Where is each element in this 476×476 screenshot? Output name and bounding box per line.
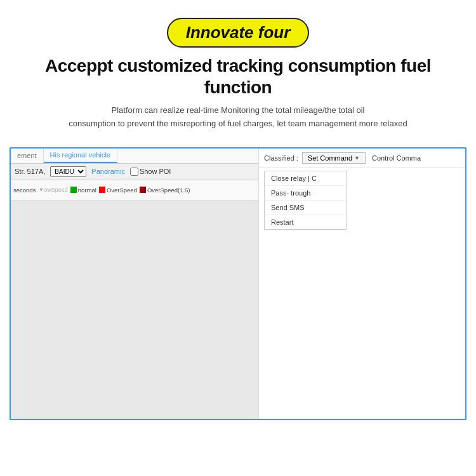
screenshot-container: ement His regional vehicle Str. 517A, BA… [10, 147, 466, 420]
tab-ement[interactable]: ement [11, 149, 44, 163]
show-poi-checkbox[interactable] [130, 168, 138, 176]
set-command-button[interactable]: Set Command ▼ [302, 152, 366, 164]
right-toolbar: Classified : Set Command ▼ Control Comma [259, 149, 465, 168]
innovate-badge: Innovate four [167, 18, 310, 48]
tab-regional[interactable]: His regional vehicle [44, 149, 117, 163]
top-section: Innovate four Acceppt customized trackin… [0, 0, 476, 141]
control-dropdown-menu: Close relay | C Pass- trough Send SMS Re… [264, 171, 347, 230]
show-poi-label[interactable]: Show POI [130, 168, 171, 176]
speed-legend: seconds ▼owSpeed normal OverSpeed OverSp… [11, 180, 258, 201]
page-wrapper: Innovate four Acceppt customized trackin… [0, 0, 476, 476]
legend-overspeed: OverSpeed [99, 187, 137, 194]
sub-text-line1: Platform can realize real-time Monitorin… [112, 105, 365, 115]
legend-overspeed15: OverSpeed(1.5) [140, 187, 190, 194]
badge-text: Innovate four [186, 23, 291, 42]
classified-label: Classified : [264, 154, 298, 162]
menu-item-restart[interactable]: Restart [265, 215, 346, 229]
right-panel: Classified : Set Command ▼ Control Comma… [258, 149, 465, 419]
map-source-select[interactable]: BAIDU [50, 166, 86, 177]
map-tabs: ement His regional vehicle [11, 149, 258, 164]
street-text: Str. 517A, [15, 168, 45, 175]
menu-item-pass-through[interactable]: Pass- trough [265, 186, 346, 201]
legend-normal: normal [70, 187, 96, 194]
control-command-label: Control Comma [372, 154, 421, 162]
sub-text-line2: consumption to prevent the misreporting … [69, 119, 407, 128]
panoramic-link[interactable]: Panoramic [91, 168, 125, 175]
dropdown-arrow-icon: ▼ [354, 155, 360, 161]
map-panel: ement His regional vehicle Str. 517A, BA… [11, 149, 258, 419]
menu-item-close-relay[interactable]: Close relay | C [265, 171, 346, 186]
sub-text: Platform can realize real-time Monitorin… [13, 104, 463, 131]
map-toolbar: Str. 517A, BAIDU Panoramic Show POI [11, 164, 258, 180]
main-title: Acceppt customized tracking consumption … [13, 55, 463, 98]
menu-item-send-sms[interactable]: Send SMS [265, 201, 346, 215]
